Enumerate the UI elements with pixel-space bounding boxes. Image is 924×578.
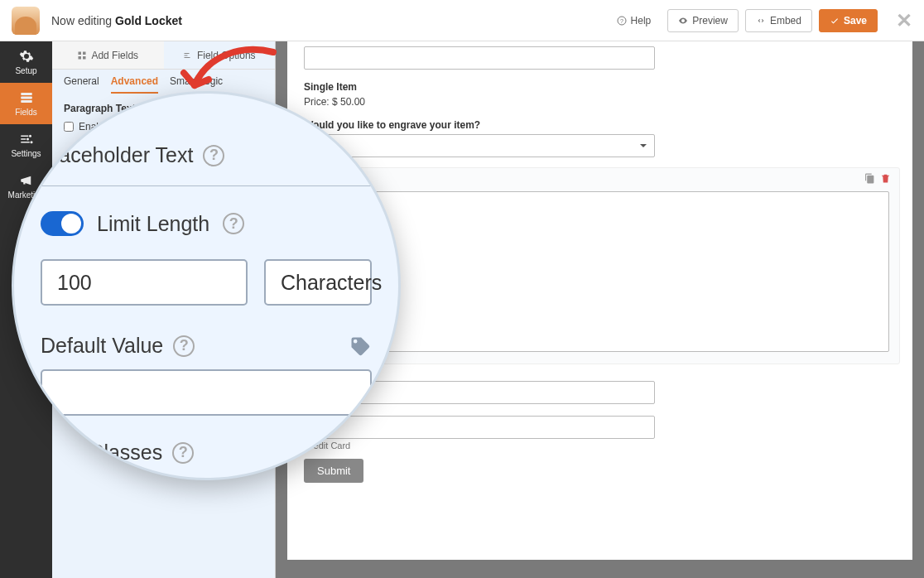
sliders-small-icon — [183, 51, 193, 60]
svg-rect-9 — [83, 51, 86, 55]
limit-length-toggle[interactable] — [41, 211, 84, 236]
subtab-advanced[interactable]: Advanced — [111, 75, 158, 94]
svg-rect-8 — [79, 51, 82, 55]
subtab-general[interactable]: General — [64, 75, 99, 94]
panel-subtabs: General Advanced Smart Logic — [52, 70, 275, 94]
text-input[interactable] — [304, 46, 655, 70]
svg-rect-4 — [21, 100, 32, 103]
panel-tabs: Add Fields Field Options — [52, 41, 275, 70]
tab-field-options-label: Field Options — [197, 50, 256, 61]
svg-rect-10 — [79, 56, 82, 60]
megaphone-icon — [19, 173, 34, 188]
mag-placeholder-row: Placeholder Text ? — [41, 143, 372, 167]
svg-rect-2 — [21, 93, 32, 95]
single-item-label: Single Item — [304, 81, 655, 93]
wpforms-logo — [12, 7, 40, 35]
embed-button[interactable]: Embed — [745, 9, 812, 32]
editing-label: Now editing Gold Locket — [51, 14, 182, 27]
preview-label: Preview — [692, 15, 728, 26]
svg-text:?: ? — [620, 17, 623, 23]
save-button[interactable]: Save — [819, 9, 878, 32]
help-icon[interactable]: ? — [172, 442, 194, 464]
nav-settings-label: Settings — [11, 149, 41, 158]
fields-icon — [19, 90, 34, 105]
svg-point-7 — [30, 141, 32, 143]
engrave-question: Would you like to engrave your item? — [304, 119, 655, 131]
mag-placeholder-input[interactable] — [41, 185, 372, 186]
engrave-select[interactable] — [304, 134, 655, 157]
svg-point-5 — [29, 135, 31, 137]
gear-icon — [19, 49, 34, 64]
price-label: Price: $ 50.00 — [304, 96, 655, 108]
engrave-textarea[interactable] — [315, 191, 889, 352]
tab-field-options[interactable]: Field Options — [164, 41, 276, 69]
duplicate-icon[interactable] — [864, 173, 875, 184]
topbar-actions: ? Help Preview Embed Save ✕ — [607, 9, 912, 32]
default-value-input[interactable] — [41, 369, 372, 416]
mag-limit-inputs: 100 Characters — [41, 259, 372, 306]
save-label: Save — [844, 15, 867, 26]
limit-unit-select[interactable]: Characters — [264, 259, 372, 306]
embed-label: Embed — [770, 15, 801, 26]
tab-add-fields[interactable]: Add Fields — [52, 41, 164, 69]
help-icon[interactable]: ? — [223, 213, 244, 234]
help-icon[interactable]: ? — [203, 145, 224, 166]
mag-default-label: Default Value — [41, 334, 163, 358]
submit-button[interactable]: Submit — [304, 459, 363, 483]
code-icon — [756, 16, 766, 26]
mag-limit-label: Limit Length — [97, 212, 209, 236]
check-icon — [830, 16, 840, 26]
tag-icon[interactable] — [349, 335, 372, 358]
svg-point-6 — [26, 138, 29, 141]
sliders-icon — [19, 132, 34, 147]
grid-icon — [77, 51, 87, 60]
nav-setup[interactable]: Setup — [0, 41, 52, 83]
editing-title: Gold Locket — [115, 14, 182, 27]
enable-checkbox[interactable] — [64, 122, 74, 132]
tab-add-fields-label: Add Fields — [91, 50, 138, 61]
mag-limit-row: Limit Length ? — [41, 211, 372, 236]
help-button[interactable]: ? Help — [607, 10, 662, 31]
help-icon: ? — [617, 16, 627, 26]
eye-icon — [678, 16, 688, 26]
svg-rect-11 — [83, 56, 86, 60]
nav-settings[interactable]: Settings — [0, 124, 52, 166]
help-label: Help — [631, 15, 652, 26]
trash-icon[interactable] — [880, 173, 891, 184]
engrave-name-label: Name — [315, 176, 889, 188]
extra-input-2[interactable] — [304, 416, 655, 439]
close-button[interactable]: ✕ — [896, 9, 912, 32]
credit-card-label: Credit Card — [304, 441, 655, 450]
nav-setup-label: Setup — [15, 66, 36, 75]
field-actions — [864, 173, 891, 184]
top-bar: Now editing Gold Locket ? Help Preview E… — [0, 0, 924, 41]
svg-rect-3 — [21, 97, 32, 99]
magnifier-overlay: Placeholder Text ? Limit Length ? 100 Ch… — [12, 91, 401, 480]
limit-value-input[interactable]: 100 — [41, 259, 248, 306]
nav-fields-label: Fields — [15, 108, 37, 117]
editing-prefix: Now editing — [51, 14, 115, 27]
nav-fields[interactable]: Fields — [0, 83, 52, 124]
help-icon[interactable]: ? — [173, 335, 195, 357]
preview-button[interactable]: Preview — [667, 9, 739, 32]
mag-default-row: Default Value ? — [41, 334, 372, 358]
